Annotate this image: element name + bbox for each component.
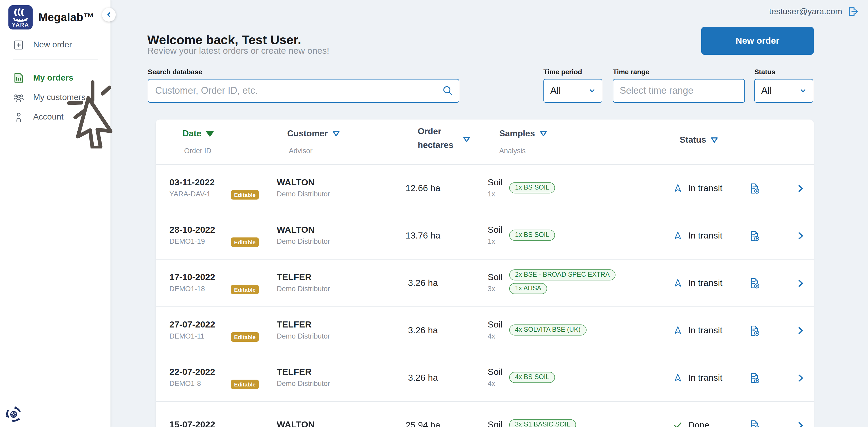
row-sample-type: Soil: [488, 419, 503, 427]
row-chevron-icon[interactable]: [796, 278, 805, 288]
row-customer: WALTON: [277, 224, 330, 235]
search-input[interactable]: [148, 79, 459, 103]
row-date: 15-07-2022: [169, 419, 215, 427]
column-header-customer[interactable]: Customer: [287, 129, 340, 139]
analysis-chip: 4x SOLVITA BSE (UK): [509, 324, 586, 335]
search-field: [148, 79, 459, 103]
date-cell: 15-07-2022: [169, 419, 215, 427]
customer-cell: TELFER Demo Distributor: [277, 319, 330, 341]
sidebar-item-my-orders[interactable]: My orders: [0, 69, 111, 87]
sidebar-item-account[interactable]: Account: [0, 108, 111, 126]
brand: YARA Megalab™: [8, 5, 94, 29]
row-chevron-icon[interactable]: [796, 183, 805, 193]
sidebar-collapse-button[interactable]: [102, 8, 116, 22]
row-chevron-icon[interactable]: [796, 420, 805, 427]
editable-badge: Editable: [231, 379, 259, 389]
chevron-left-icon: [105, 10, 113, 19]
date-cell: 17-10-2022 DEMO1-18: [169, 272, 215, 293]
order-row[interactable]: 03-11-2022 YARA-DAV-1 Editable WALTON De…: [156, 165, 814, 212]
time-range-input[interactable]: [613, 79, 745, 103]
in-transit-icon: [673, 373, 683, 383]
analysis-chips: 2x BSE - BROAD SPEC EXTRA1x AHSA: [509, 269, 616, 294]
logout-icon[interactable]: [847, 5, 860, 18]
sidebar-item-label: Account: [33, 112, 64, 122]
cookie-settings-icon[interactable]: [4, 405, 23, 424]
sidebar-item-new-order[interactable]: New order: [0, 36, 111, 54]
row-date: 03-11-2022: [169, 177, 215, 188]
row-status-label: In transit: [688, 278, 722, 288]
analysis-chips: 1x BS SOIL: [509, 182, 555, 193]
row-sample-count: 1x: [488, 236, 503, 246]
row-sample-count: 4x: [488, 331, 503, 341]
column-subheader-analysis: Analysis: [499, 147, 526, 155]
row-date: 27-07-2022: [169, 319, 215, 330]
row-chevron-icon[interactable]: [796, 373, 805, 383]
date-cell: 03-11-2022 YARA-DAV-1: [169, 177, 215, 199]
row-chevron-icon[interactable]: [796, 325, 805, 335]
sort-desc-icon: [206, 130, 214, 137]
column-header-date[interactable]: Date: [183, 129, 214, 139]
analysis-chip: 1x BS SOIL: [509, 182, 555, 193]
row-sample-type: Soil: [488, 177, 503, 188]
svg-text:YARA: YARA: [12, 22, 29, 28]
order-row[interactable]: 28-10-2022 DEMO1-19 Editable WALTON Demo…: [156, 212, 814, 259]
chevron-down-icon: [799, 86, 807, 95]
row-hectares: 3.26 ha: [384, 372, 462, 383]
search-icon[interactable]: [442, 85, 454, 96]
customer-cell: WALTON Demo Distributor: [277, 224, 330, 246]
order-row[interactable]: 17-10-2022 DEMO1-18 Editable TELFER Demo…: [156, 259, 814, 307]
editable-badge: Editable: [231, 190, 259, 199]
status-cell: In transit: [673, 183, 722, 194]
row-status-label: In transit: [688, 325, 722, 336]
status-cell: In transit: [673, 325, 722, 336]
sidebar-item-my-customers[interactable]: My customers: [0, 88, 111, 106]
row-status-label: In transit: [688, 230, 722, 241]
yara-logo: YARA: [8, 5, 33, 29]
status-cell: Done: [673, 420, 709, 427]
editable-badge: Editable: [231, 332, 259, 341]
report-download-icon[interactable]: [748, 182, 761, 195]
row-chevron-icon[interactable]: [796, 231, 805, 240]
row-sample-type: Soil: [488, 224, 503, 235]
new-order-button[interactable]: New order: [701, 27, 814, 55]
status-select[interactable]: All: [754, 79, 813, 103]
row-hectares: 25.94 ha: [384, 420, 462, 427]
column-header-samples[interactable]: Samples: [499, 129, 548, 139]
analysis-chip: 1x BS SOIL: [509, 229, 555, 240]
sample-cell: Soil 4x: [488, 366, 503, 388]
status-filter-value: All: [761, 85, 772, 96]
row-hectares: 3.26 ha: [384, 278, 462, 288]
status-cell: In transit: [673, 230, 722, 241]
editable-badge: Editable: [231, 285, 259, 294]
filter-triangle-icon: [710, 136, 719, 143]
report-download-icon[interactable]: [748, 229, 761, 242]
date-cell: 27-07-2022 DEMO1-11: [169, 319, 215, 341]
report-download-icon[interactable]: [748, 419, 761, 427]
analysis-chips: 1x BS SOIL: [509, 229, 555, 240]
customer-cell: TELFER Demo Distributor: [277, 366, 330, 388]
row-advisor: Demo Distributor: [277, 189, 330, 199]
filter-triangle-icon: [462, 136, 471, 143]
report-download-icon[interactable]: [748, 324, 761, 337]
analysis-chips: 3x S1 BASIC SOIL: [509, 419, 576, 427]
row-status-label: In transit: [688, 183, 722, 194]
done-check-icon: [673, 420, 683, 427]
customer-cell: TELFER Demo Distributor: [277, 272, 330, 293]
order-row[interactable]: 27-07-2022 DEMO1-11 Editable TELFER Demo…: [156, 307, 814, 354]
report-download-icon[interactable]: [748, 371, 761, 384]
customer-cell: WALTON Demo Distributor: [277, 177, 330, 199]
row-order-id: YARA-DAV-1: [169, 189, 215, 199]
time-period-label: Time period: [544, 68, 582, 76]
status-filter-label: Status: [754, 68, 775, 76]
row-hectares: 12.66 ha: [384, 183, 462, 194]
account-icon: [12, 111, 25, 123]
time-period-select[interactable]: All: [544, 79, 602, 103]
analysis-chip: 4x BS SOIL: [509, 371, 555, 382]
report-download-icon[interactable]: [748, 277, 761, 289]
column-header-status[interactable]: Status: [680, 135, 719, 145]
order-row[interactable]: 15-07-2022 WALTON 25.94 ha Soil 3x S1 BA…: [156, 401, 814, 427]
orders-icon: [12, 72, 25, 84]
order-row[interactable]: 22-07-2022 DEMO1-8 Editable TELFER Demo …: [156, 354, 814, 401]
analysis-chips: 4x BS SOIL: [509, 371, 555, 382]
column-header-hectares[interactable]: Order hectares: [418, 124, 457, 152]
